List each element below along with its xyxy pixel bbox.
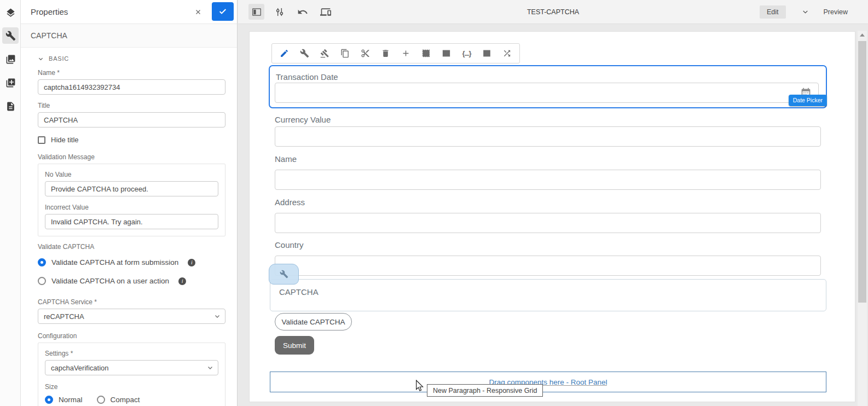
hide-title-checkbox[interactable] bbox=[38, 136, 45, 144]
no-value-input[interactable] bbox=[45, 181, 218, 196]
table-icon[interactable] bbox=[436, 44, 456, 63]
configure-wrench-icon[interactable] bbox=[294, 44, 315, 63]
undo-icon[interactable] bbox=[294, 4, 310, 20]
side-panel-toggle-icon[interactable] bbox=[248, 4, 264, 20]
form-sheet: {...} Transaction Date Date Picker bbox=[249, 31, 855, 402]
selected-field-transaction-date[interactable]: Transaction Date Date Picker bbox=[269, 65, 827, 108]
properties-body: BASIC Name * Title Hide title Validation… bbox=[21, 55, 237, 406]
properties-header: Properties bbox=[21, 0, 237, 24]
select-parent-icon[interactable] bbox=[416, 44, 436, 63]
size-normal-option[interactable]: Normal bbox=[45, 396, 83, 404]
layers-icon[interactable] bbox=[2, 4, 19, 21]
close-icon[interactable] bbox=[192, 6, 204, 18]
section-basic-label: BASIC bbox=[49, 55, 69, 62]
date-picker-badge: Date Picker bbox=[789, 95, 827, 106]
captcha-service-value: reCAPTCHA bbox=[44, 312, 84, 321]
captcha-service-label: CAPTCHA Service * bbox=[38, 298, 225, 306]
size-compact-option[interactable]: Compact bbox=[97, 396, 140, 404]
selected-component-name: CAPTCHA bbox=[21, 24, 237, 48]
no-value-label: No Value bbox=[45, 171, 218, 178]
radio-unselected-icon[interactable] bbox=[38, 277, 46, 285]
forms-editor-app: Properties CAPTCHA BASIC Name * Title Hi… bbox=[0, 0, 868, 406]
configuration-label: Configuration bbox=[38, 332, 225, 340]
drag-tooltip: New Paragraph - Responsive Grid bbox=[427, 384, 543, 397]
confirm-check-button[interactable] bbox=[212, 2, 234, 21]
validation-message-group: No Value Incorrect Value bbox=[38, 164, 225, 236]
shuffle-icon[interactable] bbox=[497, 44, 517, 63]
radio-unselected-icon[interactable] bbox=[97, 396, 105, 404]
field-label: Transaction Date bbox=[276, 72, 338, 82]
field-label: Currency Value bbox=[275, 115, 331, 124]
component-configure-handle[interactable] bbox=[269, 264, 299, 285]
vertical-scrollbar[interactable] bbox=[858, 31, 867, 406]
editor-canvas: {...} Transaction Date Date Picker bbox=[238, 24, 868, 406]
settings-label: Settings * bbox=[45, 350, 218, 357]
wrench-icon[interactable] bbox=[2, 27, 19, 44]
radio-selected-icon[interactable] bbox=[38, 258, 46, 266]
mode-controls: Edit Preview bbox=[760, 5, 868, 19]
chevron-down-icon[interactable] bbox=[802, 8, 809, 15]
info-icon[interactable]: i bbox=[178, 277, 186, 285]
document-data-icon[interactable] bbox=[2, 98, 19, 114]
name-field-input[interactable] bbox=[38, 79, 225, 95]
edit-pencil-icon[interactable] bbox=[274, 44, 294, 63]
editor-top-bar: TEST-CAPTCHA Edit Preview bbox=[238, 0, 868, 24]
field-label: Name bbox=[275, 154, 297, 164]
preview-button[interactable]: Preview bbox=[824, 8, 848, 16]
root-panel-drop-zone[interactable]: Drag components here - Root Panel bbox=[270, 372, 826, 392]
properties-panel: Properties CAPTCHA BASIC Name * Title Hi… bbox=[21, 0, 238, 406]
expression-icon[interactable]: {...} bbox=[456, 44, 477, 63]
insert-icon[interactable] bbox=[396, 44, 416, 63]
validate-captcha-button[interactable]: Validate CAPTCHA bbox=[275, 313, 352, 330]
name-field-label: Name * bbox=[38, 69, 225, 77]
edit-mode-button[interactable]: Edit bbox=[760, 5, 786, 19]
incorrect-value-label: Incorrect Value bbox=[45, 204, 218, 211]
section-basic[interactable]: BASIC bbox=[38, 55, 225, 62]
hide-title-row[interactable]: Hide title bbox=[38, 136, 225, 144]
radio-validate-on-action[interactable]: Validate CAPTCHA on a user action i bbox=[38, 277, 225, 285]
size-radio-group: Normal Compact bbox=[45, 396, 218, 404]
transaction-date-input[interactable] bbox=[275, 83, 819, 103]
devices-icon[interactable] bbox=[317, 4, 333, 20]
validation-message-label: Validation Message bbox=[38, 153, 225, 161]
captcha-component-label: CAPTCHA bbox=[279, 287, 319, 297]
info-icon[interactable]: i bbox=[188, 259, 195, 266]
hide-title-label: Hide title bbox=[51, 136, 79, 144]
cut-icon[interactable] bbox=[355, 44, 375, 63]
size-label: Size bbox=[45, 383, 218, 391]
preferences-icon[interactable] bbox=[271, 4, 287, 20]
delete-icon[interactable] bbox=[375, 44, 396, 63]
radio-label: Validate CAPTCHA at form submission bbox=[51, 258, 178, 266]
captcha-component[interactable]: CAPTCHA bbox=[270, 279, 826, 311]
assets-icon[interactable] bbox=[2, 51, 19, 67]
incorrect-value-input[interactable] bbox=[45, 214, 218, 229]
scroll-up-arrow-icon[interactable] bbox=[858, 31, 867, 39]
validate-captcha-label: Validate CAPTCHA bbox=[38, 243, 225, 251]
chevron-down-icon bbox=[214, 313, 221, 320]
settings-value: capchaVerification bbox=[51, 364, 109, 372]
currency-value-input[interactable] bbox=[275, 126, 821, 147]
radio-validate-at-submission[interactable]: Validate CAPTCHA at form submission i bbox=[38, 258, 225, 266]
layout-icon[interactable] bbox=[477, 44, 497, 63]
submit-button[interactable]: Submit bbox=[275, 336, 314, 355]
left-icon-rail bbox=[0, 0, 21, 406]
wrench-icon bbox=[280, 270, 288, 279]
radio-label: Normal bbox=[59, 396, 83, 404]
chevron-down-icon bbox=[207, 364, 213, 371]
name-input[interactable] bbox=[275, 170, 821, 190]
copy-icon[interactable] bbox=[335, 44, 355, 63]
edit-rules-icon[interactable] bbox=[315, 44, 335, 63]
country-input[interactable] bbox=[275, 256, 821, 276]
radio-label: Compact bbox=[111, 396, 140, 404]
title-field-input[interactable] bbox=[38, 112, 225, 127]
address-input[interactable] bbox=[275, 213, 821, 233]
radio-selected-icon[interactable] bbox=[45, 396, 53, 404]
captcha-service-select[interactable]: reCAPTCHA bbox=[38, 309, 225, 324]
configuration-group: Settings * capchaVerification Size Norma… bbox=[38, 343, 225, 406]
chevron-down-icon bbox=[38, 56, 44, 62]
field-label: Country bbox=[275, 240, 304, 250]
settings-select[interactable]: capchaVerification bbox=[45, 360, 218, 375]
scrollbar-thumb[interactable] bbox=[858, 41, 866, 303]
properties-panel-title: Properties bbox=[31, 7, 68, 16]
library-add-icon[interactable] bbox=[2, 74, 19, 91]
